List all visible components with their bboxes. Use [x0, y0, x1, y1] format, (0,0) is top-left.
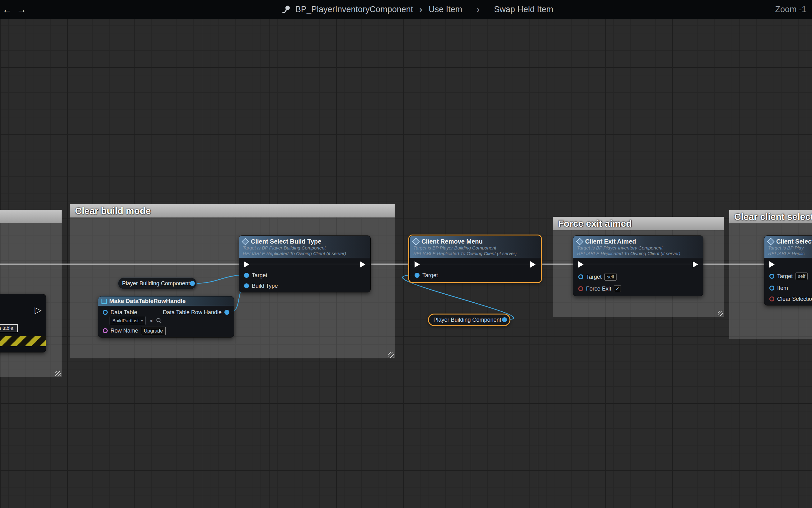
title-bar: ← → BP_PlayerInventoryComponent › Use It… — [0, 0, 812, 19]
resize-handle-icon[interactable] — [718, 311, 723, 316]
text-fragment-box[interactable]: ata table. — [0, 324, 18, 332]
breadcrumb-separator-icon: › — [475, 4, 482, 15]
node-header[interactable]: Client Select Slo Target is BP Play RELI… — [764, 236, 812, 258]
exec-out-pin[interactable] — [530, 261, 536, 267]
breadcrumb-separator-icon: › — [417, 4, 424, 15]
forward-arrow-icon[interactable]: → — [14, 4, 29, 15]
graph-icon — [282, 4, 291, 14]
play-icon[interactable]: ▷ — [35, 305, 41, 315]
build-type-pin[interactable] — [244, 283, 249, 288]
breadcrumb-mid[interactable]: Use Item — [429, 5, 462, 14]
target-self-box[interactable]: self — [796, 272, 808, 280]
row-name-input[interactable]: Upgrade — [141, 327, 166, 335]
pin-label: Force Exit — [586, 286, 611, 292]
struct-icon — [102, 299, 107, 304]
target-self-box[interactable]: self — [604, 273, 616, 281]
comment-title: Clear client select — [734, 212, 812, 222]
caret-down-icon: ▾ — [141, 319, 143, 323]
comment-force-exit-aimed-header[interactable]: Force exit aimed — [553, 217, 724, 230]
node-title: Client Remove Menu — [421, 238, 483, 245]
pin-label: Target — [252, 272, 267, 279]
node-subtitle: RELIABLE Replicated To Owning Client (if… — [243, 251, 367, 256]
comment-left-partial-header[interactable] — [0, 210, 62, 223]
data-table-pin[interactable] — [103, 310, 108, 315]
data-table-dropdown[interactable]: BuildPartList ▾ — [110, 316, 146, 325]
pin-label: Target — [586, 274, 602, 280]
function-icon — [242, 238, 249, 245]
variable-label: Player Building Component — [118, 280, 190, 287]
node-player-building-component-2[interactable]: Player Building Component — [428, 313, 511, 326]
node-subtitle: RELIABLE Replicated To Owning Client (if… — [577, 251, 699, 256]
node-client-select-build-type[interactable]: Client Select Build Type Target is BP Pl… — [239, 236, 371, 292]
magnifier-icon[interactable] — [156, 318, 162, 324]
node-title: Client Select Build Type — [251, 238, 321, 245]
node-player-building-component-1[interactable]: Player Building Component — [118, 278, 197, 289]
development-only-banner — [0, 336, 46, 346]
pin-label: Item — [777, 285, 788, 292]
variable-label: Player Building Component — [429, 317, 502, 323]
target-pin[interactable] — [578, 274, 583, 279]
function-icon — [412, 238, 419, 245]
pin-label: Clear Selection — [777, 296, 812, 302]
node-client-remove-menu[interactable]: Client Remove Menu Target is BP Player B… — [409, 236, 541, 282]
pin-label: Target — [777, 273, 793, 280]
exec-in-pin[interactable] — [578, 261, 583, 267]
node-subtitle: Target is BP Player Inventory Component — [577, 245, 699, 251]
exec-in-pin[interactable] — [244, 261, 249, 267]
clear-selection-pin[interactable] — [769, 296, 774, 301]
force-exit-pin[interactable] — [578, 286, 583, 291]
output-pin[interactable] — [190, 281, 195, 286]
back-arrow-icon[interactable]: ← — [0, 4, 14, 15]
target-pin[interactable] — [244, 273, 249, 278]
zoom-level: Zoom -1 — [775, 0, 806, 19]
pin-label: Data Table — [111, 309, 137, 316]
pin-label: Build Type — [252, 283, 278, 289]
function-icon — [767, 238, 774, 245]
node-header[interactable]: Make DataTableRowHandle — [98, 296, 234, 306]
pin-label: Target — [422, 272, 438, 279]
comment-title: Clear build mode — [75, 206, 151, 216]
use-selected-icon[interactable]: ◄ — [149, 318, 153, 323]
node-title: Make DataTableRowHandle — [109, 298, 186, 304]
exec-out-pin[interactable] — [693, 261, 698, 267]
resize-handle-icon[interactable] — [389, 352, 394, 358]
exec-out-pin[interactable] — [360, 261, 365, 267]
node-header[interactable]: Client Select Build Type Target is BP Pl… — [239, 236, 370, 258]
exec-in-pin[interactable] — [414, 261, 420, 267]
node-title: Client Exit Aimed — [585, 238, 636, 245]
node-left-partial[interactable]: ▷ ata table. — [0, 294, 46, 352]
node-subtitle: Target is BP Play — [768, 245, 812, 251]
item-pin[interactable] — [769, 286, 774, 291]
breadcrumb-leaf[interactable]: Swap Held Item — [494, 5, 553, 14]
comment-title: Force exit aimed — [558, 218, 632, 229]
exec-in-pin[interactable] — [769, 261, 775, 267]
target-pin[interactable] — [414, 273, 419, 278]
node-client-exit-aimed[interactable]: Client Exit Aimed Target is BP Player In… — [573, 236, 703, 296]
pin-label: Data Table Row Handle — [163, 309, 221, 316]
row-name-pin[interactable] — [103, 328, 108, 333]
comment-clear-client-select-header[interactable]: Clear client select — [729, 210, 812, 223]
node-subtitle: RELIABLE Replic — [768, 251, 812, 256]
breadcrumb: BP_PlayerInventoryComponent › Use Item ›… — [282, 0, 553, 19]
comment-clear-build-mode-header[interactable]: Clear build mode — [70, 204, 395, 217]
row-handle-out-pin[interactable] — [225, 310, 229, 315]
dropdown-value: BuildPartList — [112, 318, 138, 323]
node-subtitle: Target is BP Player Building Component — [243, 245, 367, 251]
force-exit-checkbox[interactable]: ✓ — [614, 285, 621, 292]
node-header[interactable]: Client Remove Menu Target is BP Player B… — [410, 236, 541, 258]
function-icon — [576, 238, 583, 245]
blueprint-canvas[interactable]: Clear build mode Force exit aimed Clear … — [0, 0, 812, 508]
output-pin[interactable] — [502, 317, 507, 322]
resize-handle-icon[interactable] — [55, 371, 61, 376]
node-title: Client Select Slo — [776, 238, 812, 245]
node-subtitle: RELIABLE Replicated To Owning Client (if… — [413, 251, 537, 256]
node-header[interactable]: Client Exit Aimed Target is BP Player In… — [573, 236, 703, 258]
node-client-select-slot[interactable]: Client Select Slo Target is BP Play RELI… — [764, 236, 812, 305]
breadcrumb-root[interactable]: BP_PlayerInventoryComponent — [295, 5, 413, 14]
node-subtitle: Target is BP Player Building Component — [413, 245, 537, 251]
node-make-datatablerowhandle[interactable]: Make DataTableRowHandle Data Table Data … — [98, 296, 234, 338]
target-pin[interactable] — [769, 274, 774, 279]
pin-label: Row Name — [111, 328, 138, 334]
